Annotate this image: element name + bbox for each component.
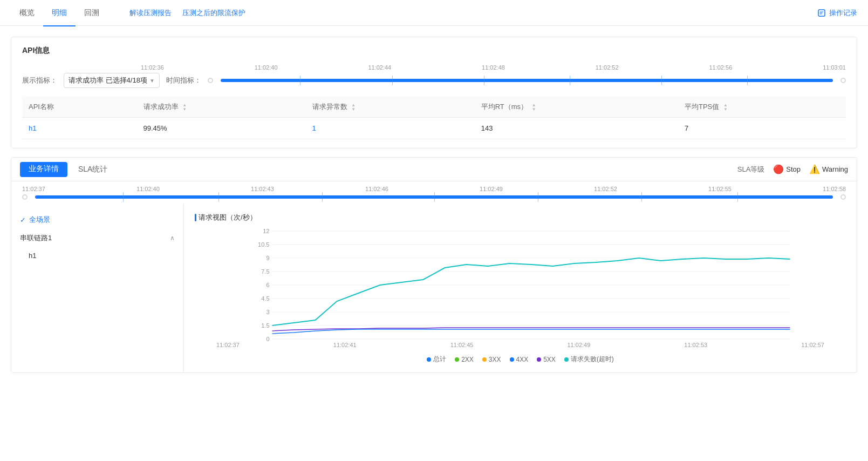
business-tab-bar: 业务详情 SLA统计 SLA等级 🔴 Stop ⚠️ Warning [11,158,857,181]
business-timeline-start[interactable] [22,194,28,200]
table-row: h1 99.45% 1 143 7 [22,118,846,139]
legend-3xx-dot [482,357,487,362]
error-count-cell: 1 [306,118,475,139]
legend-2xx: 2XX [455,356,474,363]
stop-label: Stop [786,165,801,173]
legend-4xx: 4XX [510,356,529,363]
legend-timeout: 请求失败(超时) [564,355,614,364]
warning-icon: ⚠️ [809,164,820,174]
metric-selector[interactable]: 请求成功率 已选择4/18项 ▼ [64,73,160,88]
timeline-end-handle[interactable] [840,78,846,83]
business-section: 业务详情 SLA统计 SLA等级 🔴 Stop ⚠️ Warning 11:02… [11,157,857,373]
operation-log[interactable]: 操作记录 [817,8,857,18]
chevron-up-icon: ∧ [170,234,175,242]
time-metric-label: 时间指标： [166,76,201,85]
svg-text:0: 0 [266,336,269,342]
legend-timeout-dot [564,357,569,362]
request-chart: 12 10.5 9 7.5 6 4.5 3 1.5 0 [195,231,846,339]
bottom-content: ✓ 全场景 串联链路1 ∧ h1 请求视图（次/秒） [11,204,857,372]
svg-text:9: 9 [266,255,269,261]
scene-group-label: 串联链路1 [20,233,52,243]
timeline-labels: 11:02:36 11:02:40 11:02:44 11:02:48 11:0… [141,64,846,71]
scene-all-label: 全场景 [29,215,50,225]
legend-2xx-dot [455,357,459,362]
sla-stop: 🔴 Stop [773,164,801,174]
legend-3xx: 3XX [482,356,501,363]
scene-all[interactable]: ✓ 全场景 [11,211,183,229]
chart-legend: 总计 2XX 3XX 4XX [195,355,846,364]
tab-overview[interactable]: 概览 [11,1,43,26]
scene-child-h1[interactable]: h1 [11,247,183,264]
api-section: API信息 11:02:36 11:02:40 11:02:44 11:02:4… [11,37,857,148]
tab-detail[interactable]: 明细 [43,1,76,26]
metric-value: 请求成功率 已选择4/18项 [69,76,147,85]
link-read-report[interactable]: 解读压测报告 [129,8,172,18]
col-error-count[interactable]: 请求异常数 ▲▼ [306,97,475,118]
legend-5xx-dot [537,357,541,362]
api-name-link[interactable]: h1 [29,124,36,132]
chart-container: 12 10.5 9 7.5 6 4.5 3 1.5 0 [195,231,846,348]
api-section-title: API信息 [22,46,846,56]
operation-icon [817,9,826,17]
chart-x-labels: 11:02:37 11:02:41 11:02:45 11:02:49 11:0… [195,341,846,348]
svg-text:10.5: 10.5 [258,241,269,248]
business-timeline-end[interactable] [840,194,846,200]
success-rate-cell: 99.45% [137,118,306,139]
col-avg-rt[interactable]: 平均RT（ms） ▲▼ [475,97,678,118]
svg-text:12: 12 [263,228,269,234]
avg-rt-cell: 143 [475,118,678,139]
link-rate-limit[interactable]: 压测之后的限流保护 [182,8,245,18]
legend-total: 总计 [427,355,446,364]
operation-log-label: 操作记录 [829,8,857,18]
api-table: API名称 请求成功率 ▲▼ 请求异常数 ▲▼ 平均RT（ms） ▲▼ [22,97,846,139]
tab-business-detail[interactable]: 业务详情 [20,162,67,177]
tab-sla-stats[interactable]: SLA统计 [70,158,116,182]
chart-panel: 请求视图（次/秒） [184,204,857,372]
top-nav: 概览 明细 回溯 解读压测报告 压测之后的限流保护 操作记录 [0,0,868,26]
sla-warning: ⚠️ Warning [809,164,848,174]
timeline-start-handle[interactable] [208,78,213,83]
show-metric-label: 展示指标： [22,76,57,85]
scene-group-chain[interactable]: 串联链路1 ∧ [11,229,183,247]
legend-total-dot [427,357,431,362]
svg-text:7.5: 7.5 [261,268,269,275]
avg-tps-cell: 7 [678,118,846,139]
business-timeline-labels: 11:02:37 11:02:40 11:02:43 11:02:46 11:0… [22,186,846,192]
legend-5xx: 5XX [537,356,556,363]
nav-links: 解读压测报告 压测之后的限流保护 [129,8,245,18]
legend-4xx-dot [510,357,514,362]
svg-text:1.5: 1.5 [261,322,269,329]
main-content: API信息 11:02:36 11:02:40 11:02:44 11:02:4… [0,26,868,384]
svg-text:6: 6 [266,282,269,288]
svg-text:4.5: 4.5 [261,295,269,302]
timeline-track[interactable] [221,79,833,82]
left-scene-panel: ✓ 全场景 串联链路1 ∧ h1 [11,204,184,372]
business-timeline-area: 11:02:37 11:02:40 11:02:43 11:02:46 11:0… [11,181,857,200]
chevron-down-icon: ▼ [149,78,155,84]
warning-label: Warning [822,165,848,173]
col-api-name: API名称 [22,97,137,118]
business-timeline-track[interactable] [35,195,833,199]
tab-trace[interactable]: 回溯 [76,1,108,26]
col-success-rate[interactable]: 请求成功率 ▲▼ [137,97,306,118]
svg-text:3: 3 [266,309,269,315]
scene-child-label: h1 [29,252,36,260]
check-icon: ✓ [20,216,26,224]
col-avg-tps[interactable]: 平均TPS值 ▲▼ [678,97,846,118]
sla-legend: SLA等级 🔴 Stop ⚠️ Warning [737,164,848,174]
sla-level-label: SLA等级 [737,165,765,174]
chart-title: 请求视图（次/秒） [195,213,846,222]
stop-icon: 🔴 [773,164,784,174]
